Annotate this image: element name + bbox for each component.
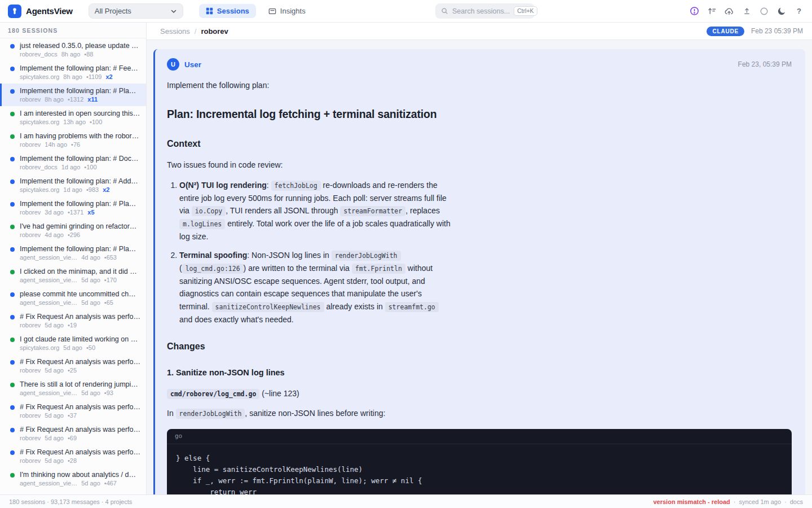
session-age: 5d ago	[63, 344, 82, 351]
session-list-item[interactable]: I've had gemini grinding on refactor… ro…	[0, 219, 146, 242]
search-shortcut-badge: Ctrl+K	[514, 6, 537, 16]
session-list-item[interactable]: I am interested in open sourcing this… s…	[0, 106, 146, 129]
code-block-content: } else { line = sanitizeControlKeepNewli…	[167, 444, 792, 494]
plan-title: Plan: Incremental log fetching + termina…	[167, 106, 792, 124]
message-scroll-area[interactable]: U User Feb 23, 05:39 PM Implement the fo…	[147, 40, 812, 494]
session-status-dot	[10, 383, 15, 387]
session-list-item[interactable]: # Fix Request An analysis was perfo… rob…	[0, 422, 146, 445]
alert-circle-icon[interactable]	[689, 6, 699, 16]
session-list-item[interactable]: # Fix Request An analysis was perfo… rob…	[0, 400, 146, 422]
session-status-dot	[10, 247, 15, 252]
session-list-item[interactable]: # Fix Request An analysis was perfo… rob…	[0, 354, 146, 377]
session-age: 5d ago	[45, 412, 64, 419]
session-count: •76	[71, 141, 80, 148]
session-status-dot	[10, 202, 15, 207]
session-status-dot	[10, 450, 15, 455]
session-age: 3d ago	[45, 209, 64, 216]
session-count: •100	[84, 164, 96, 170]
session-count: •65	[104, 299, 113, 306]
user-avatar: U	[167, 58, 179, 71]
session-list-item[interactable]: Implement the following plan: # Fee… spi…	[0, 61, 146, 84]
session-list-item[interactable]: Implement the following plan: # Pla… rob…	[0, 84, 146, 106]
breadcrumb-separator: /	[195, 27, 197, 36]
session-status-dot	[10, 270, 15, 274]
session-status-dot	[10, 315, 15, 319]
session-age: 8h ago	[45, 96, 64, 103]
session-list-item[interactable]: # Fix Request An analysis was perfo… rob…	[0, 445, 146, 467]
session-project: agent_session_vie…	[20, 277, 77, 283]
version-mismatch-alert[interactable]: version mismatch - reload	[653, 498, 730, 505]
session-title: I've had gemini grinding on refactor…	[20, 222, 140, 231]
session-list-item[interactable]: Implement the following plan: # Pla… rob…	[0, 196, 146, 219]
session-list: just released 0.35.0, please update … ro…	[0, 38, 146, 494]
session-age: 8h ago	[61, 51, 81, 58]
session-list-item[interactable]: just released 0.35.0, please update … ro…	[0, 38, 146, 61]
session-project: roborev	[20, 367, 41, 374]
change-1-intro: In renderJobLogWith, sanitize non-JSON l…	[167, 407, 452, 420]
chevron-down-icon	[170, 8, 177, 15]
session-list-item[interactable]: Implement the following plan: # Doc… rob…	[0, 151, 146, 174]
session-age: 13h ago	[63, 119, 86, 125]
code-block-language: go	[167, 429, 792, 444]
session-age: 1d ago	[61, 164, 81, 170]
cloud-upload-icon[interactable]	[724, 6, 734, 16]
session-list-item[interactable]: # Fix Request An analysis was perfo… rob…	[0, 309, 146, 332]
help-icon[interactable]: ?	[794, 6, 804, 16]
tab-insights-label: Insights	[280, 7, 306, 15]
app-logo: AgentsView	[8, 5, 73, 18]
code-block: go } else { line = sanitizeControlKeepNe…	[167, 429, 792, 494]
session-count: •1312	[68, 96, 83, 103]
project-filter-dropdown[interactable]: All Projects	[89, 3, 183, 19]
session-count: •296	[68, 231, 80, 238]
session-multiplier: x2	[103, 186, 109, 193]
session-title: please commit hte uncommitted ch…	[20, 290, 140, 299]
session-list-item[interactable]: I got claude rate limited working on … s…	[0, 332, 146, 354]
message-timestamp: Feb 23, 05:39 PM	[738, 60, 792, 68]
session-list-item[interactable]: There is still a lot of rendering jumpi……	[0, 377, 146, 400]
session-count: •50	[86, 344, 95, 351]
issue-item-2: Terminal spoofing: Non-JSON log lines in…	[179, 249, 452, 326]
search-input[interactable]: Search sessions... Ctrl+K	[435, 3, 535, 19]
session-age: 5d ago	[45, 322, 64, 329]
tab-insights[interactable]: Insights	[262, 4, 312, 18]
tab-sessions-label: Sessions	[217, 7, 249, 15]
session-age: 5d ago	[81, 277, 100, 283]
breadcrumb-sessions-link[interactable]: Sessions	[160, 27, 190, 36]
refresh-circle-icon[interactable]	[759, 6, 769, 16]
session-title: I clicked on the minimap, and it did …	[20, 267, 140, 276]
session-list-item[interactable]: please commit hte uncommitted ch… agent_…	[0, 287, 146, 309]
main-nav: Sessions Insights	[199, 4, 312, 18]
session-list-item[interactable]: I'm thinking now about analytics / d… ag…	[0, 467, 146, 490]
insights-icon	[268, 7, 276, 15]
change-1-heading: 1. Sanitize non-JSON log lines	[167, 366, 792, 379]
session-list-item[interactable]: I am having problems with the robor… rob…	[0, 129, 146, 151]
session-age: 14h ago	[45, 141, 67, 148]
message-role: User	[184, 60, 201, 69]
session-status-dot	[10, 428, 15, 432]
session-multiplier: x5	[87, 209, 94, 216]
session-count: •93	[104, 389, 113, 396]
docs-link[interactable]: docs	[790, 498, 803, 505]
tab-sessions[interactable]: Sessions	[199, 4, 256, 18]
session-project: agent_session_vie…	[20, 254, 77, 261]
project-filter-value: All Projects	[95, 7, 131, 15]
message-body: Implement the following plan: Plan: Incr…	[167, 79, 792, 494]
session-title: Implement the following plan: # Pla…	[20, 199, 140, 208]
session-project: spicytakes.org	[20, 119, 59, 125]
session-age: 5d ago	[45, 457, 64, 464]
search-icon	[441, 7, 448, 15]
session-age: 5d ago	[81, 480, 100, 487]
session-count: •28	[68, 457, 77, 464]
session-age: 1d ago	[63, 186, 82, 193]
sort-ascending-icon[interactable]	[707, 6, 717, 16]
session-status-dot	[10, 157, 15, 161]
upload-icon[interactable]	[742, 6, 752, 16]
session-list-item[interactable]: Implement the following plan: # Add… spi…	[0, 174, 146, 196]
session-list-item[interactable]: I clicked on the minimap, and it did … a…	[0, 264, 146, 287]
session-list-item[interactable]: Implement the following plan: # Pla… age…	[0, 242, 146, 264]
session-project: roborev	[20, 141, 41, 148]
status-separator-2: ·	[784, 498, 787, 505]
dark-mode-moon-icon[interactable]	[776, 6, 787, 16]
session-status-dot	[10, 360, 15, 365]
session-timestamp: Feb 23 05:39 PM	[751, 27, 803, 35]
